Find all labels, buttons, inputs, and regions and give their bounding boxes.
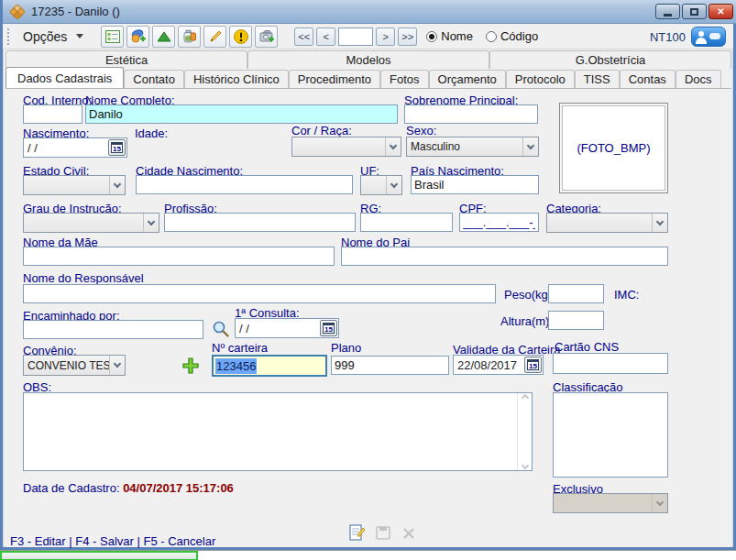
convenio-select[interactable]: CONVENIO TESTE bbox=[23, 355, 126, 376]
tab-item[interactable]: G.Obstetrícia bbox=[489, 50, 731, 69]
chevron-down-icon bbox=[143, 214, 159, 232]
add-convenio-icon[interactable] bbox=[182, 357, 199, 374]
tab-item[interactable]: Dados Cadastrais bbox=[5, 67, 124, 88]
cod-interno-input[interactable] bbox=[23, 104, 82, 124]
prescription-button[interactable] bbox=[178, 26, 201, 48]
tab-item[interactable]: Procedimento bbox=[289, 70, 380, 88]
tab-row-secondary: EstéticaModelosG.Obstetrícia bbox=[5, 50, 731, 69]
obs-textarea[interactable] bbox=[24, 393, 517, 470]
altura-label: Altura(m) bbox=[500, 314, 549, 328]
cartao-cns-input[interactable] bbox=[553, 353, 668, 374]
peso-label: Peso(kg) bbox=[504, 288, 552, 302]
titlebar: 17235 - Danilo () ✕ bbox=[3, 0, 736, 24]
tab-row-main: Dados CadastraisContatoHistórico Clínico… bbox=[5, 69, 731, 89]
idade-label: Idade: bbox=[135, 126, 168, 140]
app-window: 17235 - Danilo () ✕ Opções bbox=[0, 0, 736, 550]
peso-input[interactable] bbox=[548, 284, 604, 303]
n-carteira-input[interactable]: 123456 bbox=[212, 355, 327, 377]
radio-nome[interactable]: Nome bbox=[426, 29, 473, 43]
sexo-select[interactable]: Masculino bbox=[406, 137, 539, 157]
grau-instrucao-select[interactable] bbox=[23, 213, 159, 233]
primeira-consulta-datefield[interactable]: / / 15 bbox=[235, 318, 339, 338]
scroll-down-icon[interactable] bbox=[521, 462, 528, 469]
calendar-icon[interactable]: 15 bbox=[524, 357, 542, 373]
options-menu-button[interactable]: Opções bbox=[15, 26, 92, 47]
data-cadastro: Data de Cadastro: 04/07/2017 15:17:06 bbox=[23, 481, 234, 495]
pencil-icon bbox=[207, 28, 224, 45]
cor-raca-select[interactable] bbox=[291, 137, 401, 157]
patient-record-button[interactable] bbox=[101, 26, 124, 48]
tab-item[interactable]: Contas bbox=[620, 70, 676, 88]
maximize-button[interactable] bbox=[682, 4, 707, 19]
tab-item[interactable]: Histórico Clínico bbox=[184, 70, 289, 88]
tab-item[interactable]: Fotos bbox=[380, 70, 429, 88]
tab-item[interactable]: Estética bbox=[5, 50, 247, 69]
uf-select[interactable] bbox=[360, 175, 402, 195]
obs-scrollbar[interactable] bbox=[517, 393, 532, 470]
patient-photo-placeholder[interactable]: (FOTO_BMP) bbox=[559, 103, 668, 193]
nascimento-datefield[interactable]: / / 15 bbox=[23, 137, 127, 158]
edit-record-icon[interactable] bbox=[349, 523, 366, 542]
edit-button[interactable] bbox=[203, 26, 226, 48]
plano-input[interactable] bbox=[331, 356, 449, 375]
radio-codigo[interactable]: Código bbox=[486, 29, 538, 43]
estado-civil-select[interactable] bbox=[23, 175, 126, 195]
tab-item[interactable]: Contato bbox=[124, 70, 184, 88]
encaminhado-input[interactable] bbox=[23, 320, 203, 339]
chevron-down-icon bbox=[652, 494, 667, 512]
medications-add-button[interactable] bbox=[126, 26, 149, 48]
validade-datefield[interactable]: 22/08/2017 15 bbox=[453, 355, 544, 375]
exclusivo-select[interactable] bbox=[553, 493, 668, 513]
altura-input[interactable] bbox=[548, 311, 604, 330]
categoria-select[interactable] bbox=[546, 213, 668, 233]
tab-item[interactable]: Protocolo bbox=[506, 70, 575, 88]
nav-prev-button[interactable]: < bbox=[316, 27, 335, 46]
radio-nome-dot bbox=[426, 31, 437, 42]
toolbar-gripper[interactable] bbox=[6, 27, 11, 46]
chat-button[interactable] bbox=[691, 27, 726, 47]
save-record-icon-disabled[interactable] bbox=[375, 523, 391, 542]
record-search-input[interactable] bbox=[338, 27, 373, 46]
rg-input[interactable] bbox=[360, 213, 453, 232]
calendar-icon[interactable]: 15 bbox=[320, 320, 337, 336]
imc-label: IMC: bbox=[614, 288, 639, 302]
tab-item[interactable]: TISS bbox=[575, 70, 620, 88]
pais-nascimento-input[interactable] bbox=[411, 175, 539, 194]
radio-codigo-label: Código bbox=[500, 29, 538, 43]
cor-raca-label: Cor / Raça: bbox=[291, 124, 352, 137]
alert-button[interactable] bbox=[229, 26, 252, 48]
tab-item[interactable]: Docs bbox=[676, 70, 721, 88]
evolution-button[interactable] bbox=[152, 26, 175, 48]
calendar-icon[interactable]: 15 bbox=[108, 139, 126, 156]
search-icon[interactable] bbox=[212, 320, 230, 338]
sobrenome-input[interactable] bbox=[404, 104, 538, 124]
alert-icon bbox=[233, 28, 249, 45]
photo-add-button[interactable] bbox=[255, 26, 278, 48]
nav-next-button[interactable]: > bbox=[376, 27, 395, 46]
cidade-nascimento-input[interactable] bbox=[136, 175, 353, 194]
chevron-down-icon bbox=[386, 176, 401, 194]
shortcut-hints: F3 - Editar | F4 - Salvar | F5 - Cancela… bbox=[10, 534, 215, 548]
scroll-up-icon[interactable] bbox=[521, 394, 528, 401]
options-label: Opções bbox=[23, 29, 67, 44]
nav-first-button[interactable]: << bbox=[294, 27, 313, 46]
n-carteira-label: Nº carteira bbox=[212, 341, 268, 355]
nav-last-button[interactable]: >> bbox=[398, 27, 417, 46]
chevron-down-icon bbox=[109, 356, 125, 375]
person-icon bbox=[698, 31, 704, 37]
close-button[interactable]: ✕ bbox=[709, 4, 733, 19]
toolbar: Opções bbox=[3, 24, 733, 49]
nome-pai-input[interactable] bbox=[341, 247, 668, 266]
tab-item[interactable]: Modelos bbox=[247, 50, 489, 69]
cancel-record-icon-disabled[interactable] bbox=[401, 523, 417, 542]
cpf-input[interactable] bbox=[459, 213, 539, 232]
plano-label: Plano bbox=[331, 341, 361, 355]
nome-completo-input[interactable] bbox=[85, 104, 398, 124]
profissao-input[interactable] bbox=[164, 213, 356, 232]
chevron-down-icon bbox=[522, 137, 538, 156]
classificacao-listbox[interactable] bbox=[553, 392, 668, 478]
minimize-button[interactable] bbox=[655, 4, 680, 19]
nome-mae-input[interactable] bbox=[23, 247, 335, 266]
tab-item[interactable]: Orçamento bbox=[429, 70, 506, 88]
nome-responsavel-input[interactable] bbox=[23, 284, 496, 303]
